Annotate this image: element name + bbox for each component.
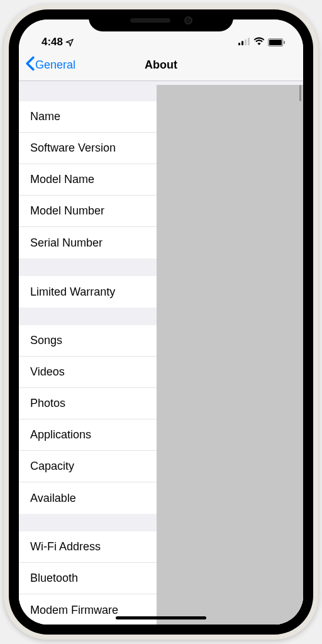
row-label: Applications <box>30 428 91 441</box>
battery-icon <box>268 38 286 47</box>
row-label: Capacity <box>30 460 74 473</box>
screen: 4:48 <box>19 19 303 625</box>
row-label: Bluetooth <box>30 572 78 585</box>
back-button[interactable]: General <box>25 56 75 74</box>
row-label: Available <box>30 492 76 505</box>
row-label: Photos <box>30 397 65 410</box>
location-icon <box>65 38 74 47</box>
phone-frame: 4:48 <box>4 4 318 640</box>
svg-rect-5 <box>269 40 282 45</box>
nav-bar: General About <box>19 50 303 81</box>
home-indicator[interactable] <box>116 616 206 619</box>
row-label: Model Name <box>30 173 94 186</box>
clock-label: 4:48 <box>42 36 63 48</box>
row-label: Limited Warranty <box>30 286 115 299</box>
front-camera <box>184 16 192 25</box>
svg-rect-3 <box>248 38 250 45</box>
row-label: Modem Firmware <box>30 604 118 617</box>
phone-bezel: 4:48 <box>9 9 313 635</box>
value-redaction-overlay <box>157 85 303 625</box>
scroll-indicator <box>299 85 301 101</box>
row-label: Model Number <box>30 204 104 218</box>
row-label: Serial Number <box>30 236 103 250</box>
wifi-icon <box>253 36 265 48</box>
row-label: Videos <box>30 365 65 379</box>
svg-rect-0 <box>238 43 240 45</box>
svg-rect-1 <box>242 41 243 45</box>
row-label: Software Version <box>30 142 116 155</box>
row-label: Songs <box>30 334 62 347</box>
svg-rect-2 <box>245 40 247 45</box>
row-label: Name <box>30 110 60 123</box>
content-area: Name Software Version Model Name Model N… <box>19 81 303 625</box>
row-label: Wi-Fi Address <box>30 540 101 553</box>
chevron-left-icon <box>25 56 35 74</box>
back-label: General <box>35 58 75 72</box>
notch <box>89 9 233 31</box>
svg-rect-6 <box>284 41 285 44</box>
cellular-icon <box>238 36 250 48</box>
speaker-grille <box>130 18 170 23</box>
